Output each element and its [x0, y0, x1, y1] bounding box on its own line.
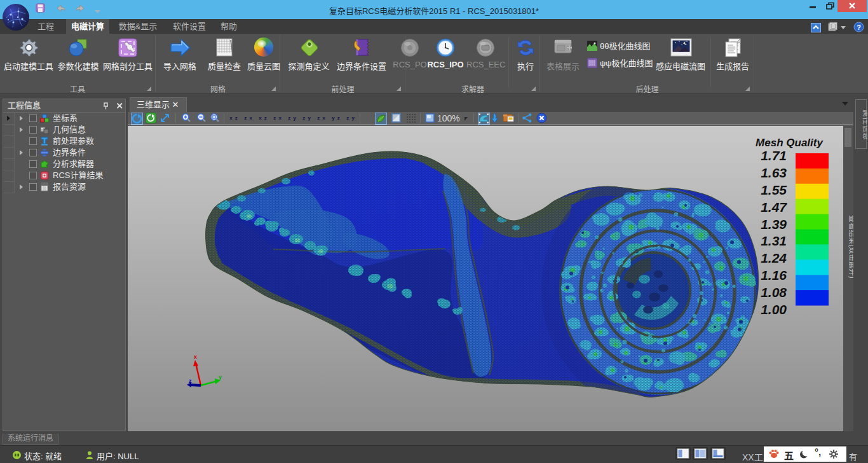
svg-text:1.39: 1.39	[761, 217, 787, 232]
svg-text:查看结果(双击展开): 查看结果(双击展开)	[848, 215, 853, 279]
svg-text:属性信息: 属性信息	[862, 109, 867, 140]
svg-text:z: z	[189, 378, 192, 384]
svg-text:1.16: 1.16	[761, 268, 787, 282]
svg-text:1.08: 1.08	[761, 285, 787, 300]
svg-text:1.63: 1.63	[761, 165, 787, 180]
svg-text:Mesh Quality: Mesh Quality	[756, 137, 824, 149]
svg-text:y: y	[219, 374, 222, 380]
svg-text:?: ?	[857, 24, 861, 31]
svg-text:1.24: 1.24	[761, 251, 787, 265]
svg-text:x: x	[194, 354, 197, 360]
svg-text:1.71: 1.71	[761, 148, 787, 163]
svg-text:1.31: 1.31	[761, 233, 787, 248]
svg-text:1.47: 1.47	[761, 200, 787, 214]
svg-text:1.00: 1.00	[761, 302, 787, 317]
svg-text:1.55: 1.55	[761, 183, 787, 197]
